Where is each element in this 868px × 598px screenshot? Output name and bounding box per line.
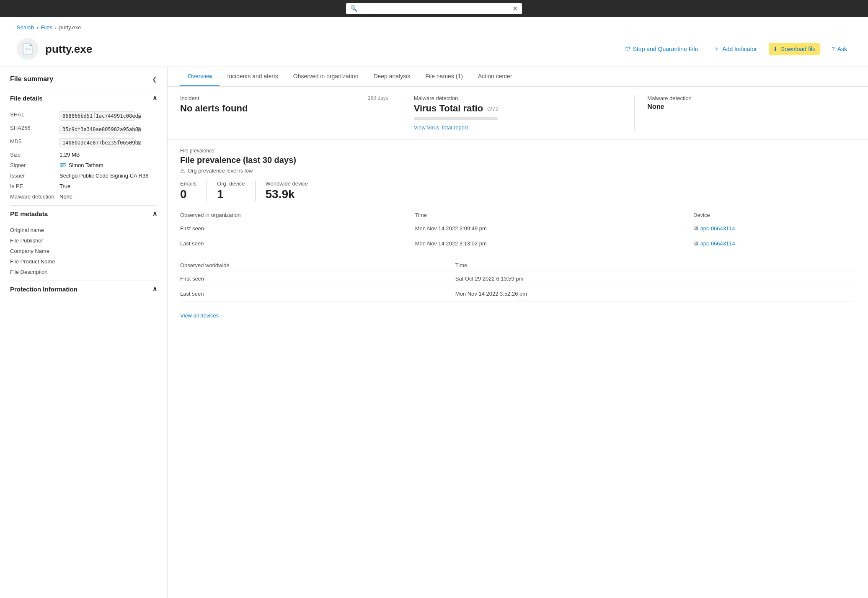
help-icon: ? xyxy=(832,46,835,52)
breadcrumb-files[interactable]: Files xyxy=(41,24,52,31)
tab-bar: Overview Incidents and alerts Observed i… xyxy=(168,67,868,87)
worldwide-last-seen-time: Mon Nov 14 2022 3:52:26 pm xyxy=(455,286,855,302)
stat-worldwide-label: Worldwide device xyxy=(266,180,308,187)
view-report-link[interactable]: View Virus Total report xyxy=(414,124,468,131)
search-icon: 🔍 xyxy=(350,5,357,12)
org-first-seen-time: Mon Nov 14 2022 3:09:49 pm xyxy=(415,221,693,236)
main-layout: File summary ❮ File details ∧ SHA1 86886… xyxy=(0,67,868,598)
org-first-seen-label: First seen xyxy=(180,221,415,236)
stop-quarantine-button[interactable]: 🛡 Stop and Quarantine File xyxy=(620,43,703,55)
add-indicator-button[interactable]: ＋ Add Indicator xyxy=(710,43,761,55)
pe-metadata-section-header[interactable]: PE metadata ∧ xyxy=(10,205,157,222)
tab-action-center[interactable]: Action center xyxy=(470,67,520,86)
stat-worldwide-value: 53.9k xyxy=(266,188,308,201)
chevron-up-icon: ∧ xyxy=(152,94,157,102)
md5-copy-icon[interactable]: ⎘ xyxy=(137,139,141,146)
md5-value: 14080a3e4e877be235f06509b2 xyxy=(59,138,135,147)
device-link-2[interactable]: apc-06643114 xyxy=(700,240,735,247)
search-input[interactable]: putty.exe xyxy=(361,5,509,12)
chevron-up-icon-protection: ∧ xyxy=(152,285,157,293)
org-last-seen-device: 🖥 apc-06643114 xyxy=(693,236,855,251)
prevalence-title: File prevalence (last 30 days) xyxy=(180,155,855,165)
sidebar-title: File summary xyxy=(10,75,53,83)
stat-emails-label: Emails xyxy=(180,180,196,187)
breadcrumb-search[interactable]: Search xyxy=(17,24,34,31)
prevalence-section: File prevalence File prevalence (last 30… xyxy=(168,139,868,327)
malware-value-2: None xyxy=(647,103,855,111)
content-area: Overview Incidents and alerts Observed i… xyxy=(168,67,868,598)
overview-panels: Incident 180 days No alerts found Malwar… xyxy=(168,87,868,139)
sha1-row: SHA1 868866bd51f1ac744991c08eda ⎘ xyxy=(10,109,157,123)
collapse-sidebar-icon[interactable]: ❮ xyxy=(152,76,157,82)
top-bar: 🔍 putty.exe ✕ xyxy=(0,0,868,17)
sidebar: File summary ❮ File details ∧ SHA1 86886… xyxy=(0,67,168,598)
issuer-value: Sectigo Public Code Signing CA R36 xyxy=(59,173,148,179)
incident-sub-label: 180 days xyxy=(368,95,388,101)
device-icon-2: 🖥 xyxy=(693,240,699,247)
ask-button[interactable]: ? Ask xyxy=(827,43,851,55)
file-product-name-row: File Product Name xyxy=(10,256,157,267)
tab-overview[interactable]: Overview xyxy=(180,67,220,86)
md5-hash-box: 14080a3e4e877be235f06509b2 ⎘ xyxy=(59,138,141,147)
sha256-row: SHA256 35c9df3a348ae805902a95ab8a ⎘ xyxy=(10,123,157,136)
virus-bar xyxy=(414,117,498,120)
original-name-row: Original name xyxy=(10,225,157,235)
stat-emails-value: 0 xyxy=(180,188,196,201)
tab-file-names[interactable]: File names (1) xyxy=(418,67,470,86)
file-details-content: SHA1 868866bd51f1ac744991c08eda ⎘ SHA256… xyxy=(10,106,157,205)
malware-detection-value: None xyxy=(59,193,72,200)
device-icon-1: 🖥 xyxy=(693,225,699,232)
file-publisher-row: File Publisher xyxy=(10,235,157,246)
clear-search-icon[interactable]: ✕ xyxy=(512,5,518,13)
view-all-devices-link[interactable]: View all devices xyxy=(180,312,219,319)
pe-metadata-content: Original name File Publisher Company Nam… xyxy=(10,222,157,281)
file-description-row: File Description xyxy=(10,267,157,277)
certificate-icon: 🪪 xyxy=(59,162,66,168)
size-value: 1.29 MB xyxy=(59,152,80,158)
org-row-last-seen: Last seen Mon Nov 14 2022 3:13:02 pm 🖥 a… xyxy=(180,236,855,251)
issuer-row: Issuer Sectigo Public Code Signing CA R3… xyxy=(10,170,157,181)
sha1-copy-icon[interactable]: ⎘ xyxy=(137,113,141,119)
org-col-observed: Observed in organization xyxy=(180,209,415,221)
sha1-value: 868866bd51f1ac744991c08eda xyxy=(59,111,135,121)
search-box: 🔍 putty.exe ✕ xyxy=(346,3,522,14)
is-pe-row: Is PE True xyxy=(10,181,157,191)
worldwide-first-seen-label: First seen xyxy=(180,271,455,286)
incident-panel: Incident 180 days No alerts found xyxy=(180,95,401,131)
stat-org-label: Org. device xyxy=(217,180,245,187)
device-link-1[interactable]: apc-06643114 xyxy=(700,225,735,232)
malware-detection-row: Malware detection None xyxy=(10,191,157,202)
incident-label: Incident 180 days xyxy=(180,95,388,101)
worldwide-last-seen-label: Last seen xyxy=(180,286,455,302)
file-details-section-header[interactable]: File details ∧ xyxy=(10,90,157,106)
worldwide-row-last-seen: Last seen Mon Nov 14 2022 3:52:26 pm xyxy=(180,286,855,302)
shield-icon: 🛡 xyxy=(625,46,630,52)
md5-row: MD5 14080a3e4e877be235f06509b2 ⎘ xyxy=(10,136,157,150)
org-last-seen-time: Mon Nov 14 2022 3:13:02 pm xyxy=(415,236,693,251)
download-file-button[interactable]: ⬇ Download file xyxy=(769,43,820,55)
virus-total-ratio: Virus Total ratio 0/72 xyxy=(414,103,622,114)
malware-panel-1: Malware detection Virus Total ratio 0/72… xyxy=(401,95,635,131)
sha256-copy-icon[interactable]: ⎘ xyxy=(137,126,141,133)
ratio-value: Virus Total ratio xyxy=(414,103,483,114)
malware-label-1: Malware detection xyxy=(414,95,622,101)
tab-incidents-alerts[interactable]: Incidents and alerts xyxy=(220,67,285,86)
file-icon: 📄 xyxy=(17,38,39,60)
malware-panel-2: Malware detection None xyxy=(635,95,855,131)
sha1-hash-box: 868866bd51f1ac744991c08eda ⎘ xyxy=(59,111,141,121)
tab-deep-analysis[interactable]: Deep analysis xyxy=(366,67,418,86)
stat-org-device: Org. device 1 xyxy=(217,180,255,201)
worldwide-row-first-seen: First seen Sat Oct 29 2022 6:13:59 pm xyxy=(180,271,855,286)
tab-observed[interactable]: Observed in organization xyxy=(286,67,366,86)
sidebar-header: File summary ❮ xyxy=(10,75,157,83)
sha256-hash-box: 35c9df3a348ae805902a95ab8a ⎘ xyxy=(59,125,141,134)
org-row-first-seen: First seen Mon Nov 14 2022 3:09:49 pm 🖥 … xyxy=(180,221,855,236)
stat-org-value: 1 xyxy=(217,188,245,201)
ratio-fraction: 0/72 xyxy=(487,103,499,112)
worldwide-first-seen-time: Sat Oct 29 2022 6:13:59 pm xyxy=(455,271,855,286)
breadcrumb-current: putty.exe xyxy=(59,24,81,31)
worldwide-table-header: Observed worldwide Time xyxy=(180,260,855,271)
page-header: 📄 putty.exe 🛡 Stop and Quarantine File ＋… xyxy=(0,34,868,67)
org-col-device: Device xyxy=(693,209,855,221)
protection-info-section-header[interactable]: Protection Information ∧ xyxy=(10,281,157,297)
